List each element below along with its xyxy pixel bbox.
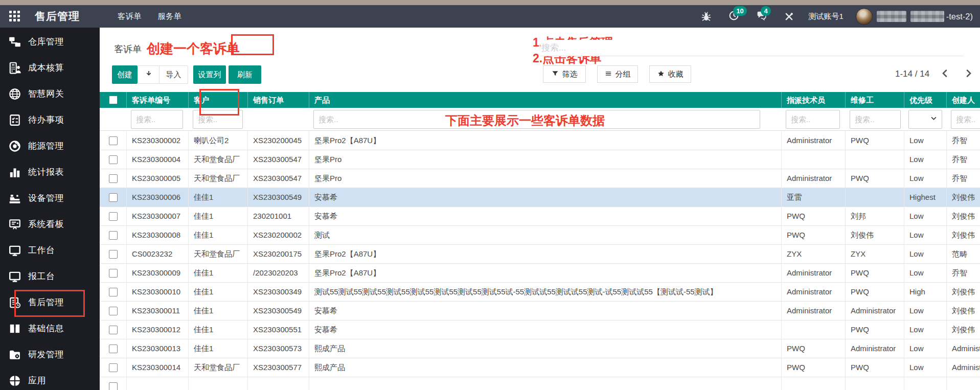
apps-grid-icon[interactable] [9,11,20,22]
cell-product: 坚果Pro2【A87U】 [309,245,782,263]
import-button[interactable]: 导入 [159,65,188,84]
sidebar-item-仓库管理[interactable]: 仓库管理 [0,29,100,55]
table-row-partial[interactable] [100,377,980,390]
cell-customer [189,377,248,390]
column-header-product[interactable]: 产品 [309,92,782,108]
cell-customer: 佳佳1 [189,283,248,301]
table-row[interactable]: KS230300011 佳佳1 XS230300549 安慕希 Administ… [100,302,980,320]
sidebar-item-工作台[interactable]: 工作台 [0,237,100,263]
group-by-button[interactable]: 分组 [597,65,638,83]
row-checkbox[interactable] [109,174,118,183]
column-header-technician[interactable]: 指派技术员 [782,92,846,108]
cell-sales-order: XS230300547 [248,169,309,188]
test-account-label[interactable]: 测试账号1 [808,12,843,21]
gateway-icon [8,87,22,101]
priority-filter-dropdown[interactable] [908,110,942,129]
table-row[interactable]: KS230300007 佳佳1 230201001 安慕希 PWQ 刘邦 Low… [100,207,980,226]
row-checkbox[interactable] [109,250,118,259]
filter-button[interactable]: 筛选 [543,65,586,83]
table-row[interactable]: CS0023232 天和堂食品厂 XS230200175 坚果Pro2【A87U… [100,245,980,264]
cell-technician [782,150,846,169]
row-checkbox[interactable] [109,269,118,278]
sidebar-item-待办事项[interactable]: 待办事项 [0,107,100,133]
cell-number: KS230300007 [127,207,189,225]
technician-filter-input[interactable] [786,110,840,129]
customer-filter-input[interactable] [193,110,243,129]
cell-product: 坚果Pro [309,150,782,169]
tab-service-orders[interactable]: 服务单 [150,5,190,28]
table-row[interactable]: KS230300008 佳佳1 XS230200002 测试 PWQ 刘俊伟 L… [100,226,980,245]
cell-number [127,377,189,390]
row-select-cell [100,264,127,282]
row-checkbox[interactable] [109,193,118,202]
cell-customer: 天和堂食品厂 [189,169,248,188]
sidebar-item-售后管理[interactable]: 售后管理 [0,289,100,315]
row-checkbox[interactable] [109,288,118,296]
sidebar-item-基础信息[interactable]: 基础信息 [0,315,100,341]
sidebar-item-成本核算[interactable]: 成本核算 [0,55,100,81]
set-columns-button[interactable]: 设置列 [193,65,226,84]
row-checkbox[interactable] [109,155,118,164]
row-checkbox[interactable] [109,345,118,353]
row-checkbox[interactable] [109,231,118,240]
cell-repairer: Administrator [846,339,904,358]
column-header-priority[interactable]: 优先级 [904,92,947,108]
column-header-repairer[interactable]: 维修工 [846,92,904,108]
tools-icon[interactable] [783,10,795,22]
pager-next-button[interactable] [961,66,976,82]
cell-sales-order: XS230300551 [248,320,309,339]
column-header-customer[interactable]: 客户 [189,92,248,108]
sidebar-item-设备管理[interactable]: 设备管理 [0,185,100,211]
sidebar-item-智慧网关[interactable]: 智慧网关 [0,81,100,107]
baseinfo-icon [8,322,22,336]
row-checkbox[interactable] [109,326,118,334]
table-row[interactable]: KS230300005 天和堂食品厂 XS230300547 坚果Pro Adm… [100,169,980,188]
table-row[interactable]: KS230300002 喇叭公司2 XS230200045 坚果Pro2【A87… [100,131,980,150]
row-checkbox[interactable] [109,307,118,315]
table-row[interactable]: KS230300009 佳佳1 /2023020203 坚果Pro2【A87U】… [100,264,980,283]
sidebar-item-报工台[interactable]: 报工台 [0,263,100,289]
column-header-sales-order[interactable]: 销售订单 [248,92,309,108]
avatar[interactable] [856,8,873,25]
table-row[interactable]: KS230300012 佳佳1 XS230300551 安慕希 PWQ Low … [100,320,980,339]
sidebar-item-研发管理[interactable]: 研发管理 [0,341,100,368]
number-filter-input[interactable] [131,110,183,129]
sidebar-item-应用[interactable]: 应用 [0,368,100,390]
cell-product [309,377,782,390]
favorites-button[interactable]: 收藏 [649,65,691,83]
sidebar-item-label: 成本核算 [28,62,64,74]
repairer-filter-input[interactable] [850,110,901,129]
select-all-checkbox[interactable] [109,96,118,104]
sidebar-item-统计报表[interactable]: 统计报表 [0,159,100,185]
column-header-number[interactable]: 客诉单编号 [127,92,189,108]
table-row[interactable]: KS230300013 佳佳1 XS230300573 熙成产品 PWQ Adm… [100,339,980,358]
row-checkbox[interactable] [109,136,118,145]
activities-button[interactable]: 10 [727,10,740,22]
column-header-creator[interactable]: 创建人 [947,92,980,108]
table-row[interactable]: KS230300004 天和堂食品厂 XS230300547 坚果Pro Low… [100,150,980,169]
sidebar-item-能源管理[interactable]: 能源管理 [0,133,100,159]
tab-complaint-orders[interactable]: 客诉单 [109,5,150,28]
table-row[interactable]: KS230300010 佳佳1 XS230300349 测试55测试55测试55… [100,283,980,302]
bug-icon[interactable] [700,10,712,22]
search-input[interactable] [540,40,964,56]
row-checkbox[interactable] [109,382,118,390]
cell-creator: 刘俊伟 [947,188,980,207]
row-checkbox[interactable] [109,212,118,221]
table-row[interactable]: KS230300014 天和堂食品厂 XS230300577 熙成产品 PWQ … [100,358,980,377]
table-row[interactable]: KS230300006 佳佳1 XS230300549 安慕希 亚雷 Highe… [100,188,980,207]
navbar-right: 10 4 测试账号1 -test-2) [685,8,980,25]
app-title: 售后管理 [35,9,80,24]
creator-filter-input[interactable] [951,110,980,129]
cell-product: 安慕希 [309,320,782,339]
download-icon [145,70,153,80]
pager-previous-button[interactable] [937,66,952,82]
cell-creator: 刘俊伟 [947,283,980,301]
sidebar-item-系统看板[interactable]: 系统看板 [0,211,100,237]
refresh-button[interactable]: 刷新 [229,65,261,84]
messages-button[interactable]: 4 [755,10,767,22]
create-button[interactable]: 创建 [112,65,138,84]
export-button[interactable] [138,65,160,84]
row-checkbox[interactable] [109,363,118,372]
filter-cell-repairer [846,108,904,130]
